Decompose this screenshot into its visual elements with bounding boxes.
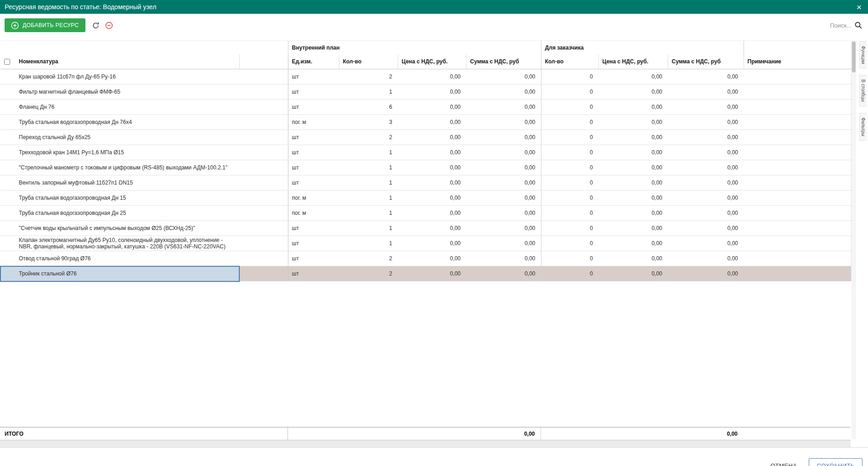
row-check-cell[interactable] (0, 100, 14, 115)
row-price-customer-cell[interactable]: 0,00 (598, 175, 668, 191)
row-price-customer-cell[interactable]: 0,00 (598, 100, 668, 115)
row-qty-customer-cell[interactable]: 0 (541, 115, 598, 130)
close-icon[interactable]: × (855, 3, 863, 11)
row-name-cell[interactable]: "Стрелочный манометр с токовым и цифровы… (14, 160, 239, 175)
row-sum-internal-cell[interactable]: 0,00 (466, 84, 541, 100)
row-price-internal-cell[interactable]: 0,00 (398, 251, 466, 266)
row-unit-cell[interactable]: шт (288, 130, 339, 145)
row-note-cell[interactable] (744, 236, 851, 251)
table-row[interactable]: Клапан электромагнитный Ду65 Ру10, солен… (0, 236, 851, 251)
row-sum-internal-cell[interactable]: 0,00 (466, 251, 541, 266)
row-price-internal-cell[interactable]: 0,00 (398, 84, 466, 100)
row-sum-internal-cell[interactable]: 0,00 (466, 206, 541, 221)
row-qty-internal-cell[interactable]: 1 (339, 145, 398, 160)
row-price-customer-cell[interactable]: 0,00 (598, 206, 668, 221)
row-sum-internal-cell[interactable]: 0,00 (466, 266, 541, 281)
row-qty-customer-cell[interactable]: 0 (541, 160, 598, 175)
row-price-customer-cell[interactable]: 0,00 (598, 84, 668, 100)
table-row[interactable]: Отвод стальной 90град Ø76 шт 2 0,00 0,00… (0, 251, 851, 266)
row-price-internal-cell[interactable]: 0,00 (398, 100, 466, 115)
col-sum-customer[interactable]: Сумма с НДС, руб (668, 55, 744, 69)
row-note-cell[interactable] (744, 115, 851, 130)
col-note[interactable]: Примечание (744, 55, 851, 69)
row-unit-cell[interactable]: пог. м (288, 206, 339, 221)
row-qty-internal-cell[interactable]: 2 (339, 130, 398, 145)
row-qty-customer-cell[interactable]: 0 (541, 145, 598, 160)
row-price-internal-cell[interactable]: 0,00 (398, 266, 466, 281)
row-qty-customer-cell[interactable]: 0 (541, 221, 598, 236)
row-sum-internal-cell[interactable]: 0,00 (466, 175, 541, 191)
row-unit-cell[interactable]: пог. м (288, 191, 339, 206)
select-all-checkbox[interactable] (4, 59, 10, 65)
row-qty-customer-cell[interactable]: 0 (541, 84, 598, 100)
side-tab-functions[interactable]: Функции (859, 41, 867, 68)
row-sum-customer-cell[interactable]: 0,00 (668, 175, 744, 191)
table-row[interactable]: Трехходовой кран 14М1 Ру=1,6 МПа Ø15 шт … (0, 145, 851, 160)
row-price-internal-cell[interactable]: 0,00 (398, 145, 466, 160)
row-check-cell[interactable] (0, 206, 14, 221)
col-sum-internal[interactable]: Сумма с НДС, руб (466, 55, 541, 69)
row-unit-cell[interactable]: шт (288, 84, 339, 100)
row-unit-cell[interactable]: шт (288, 221, 339, 236)
row-sum-customer-cell[interactable]: 0,00 (668, 191, 744, 206)
row-sum-customer-cell[interactable]: 0,00 (668, 115, 744, 130)
row-price-customer-cell[interactable]: 0,00 (598, 160, 668, 175)
row-name-cell[interactable]: Трехходовой кран 14М1 Ру=1,6 МПа Ø15 (14, 145, 239, 160)
row-check-cell[interactable] (0, 221, 14, 236)
row-name-cell[interactable]: "Счетчик воды крыльчатый с импульсным вы… (14, 221, 239, 236)
row-unit-cell[interactable]: шт (288, 145, 339, 160)
row-note-cell[interactable] (744, 221, 851, 236)
row-name-cell[interactable]: Переход стальной Ду 65х25 (14, 130, 239, 145)
row-sum-internal-cell[interactable]: 0,00 (466, 191, 541, 206)
row-price-customer-cell[interactable]: 0,00 (598, 130, 668, 145)
search-icon[interactable] (854, 21, 862, 29)
row-price-internal-cell[interactable]: 0,00 (398, 130, 466, 145)
row-qty-internal-cell[interactable]: 2 (339, 251, 398, 266)
row-price-customer-cell[interactable]: 0,00 (598, 115, 668, 130)
row-name-cell[interactable]: Фланец Дн 76 (14, 100, 239, 115)
row-check-cell[interactable] (0, 69, 14, 84)
row-check-cell[interactable] (0, 115, 14, 130)
row-note-cell[interactable] (744, 206, 851, 221)
row-qty-customer-cell[interactable]: 0 (541, 100, 598, 115)
row-unit-cell[interactable]: шт (288, 100, 339, 115)
row-sum-customer-cell[interactable]: 0,00 (668, 160, 744, 175)
side-tab-columns[interactable]: В столбцы (859, 75, 867, 107)
table-row[interactable]: Вентиль запорный муфтовый 11б27п1 DN15 ш… (0, 175, 851, 191)
row-name-cell[interactable]: Труба стальная водогазопроводная Дн 15 (14, 191, 239, 206)
row-unit-cell[interactable]: шт (288, 251, 339, 266)
table-row[interactable]: Переход стальной Ду 65х25 шт 2 0,00 0,00… (0, 130, 851, 145)
row-sum-customer-cell[interactable]: 0,00 (668, 100, 744, 115)
row-qty-internal-cell[interactable]: 1 (339, 221, 398, 236)
row-qty-internal-cell[interactable]: 2 (339, 69, 398, 84)
refresh-button[interactable] (92, 22, 100, 29)
row-check-cell[interactable] (0, 145, 14, 160)
row-check-cell[interactable] (0, 266, 14, 281)
row-qty-customer-cell[interactable]: 0 (541, 69, 598, 84)
vertical-scrollbar-thumb[interactable] (852, 41, 856, 73)
vertical-scrollbar[interactable] (851, 40, 856, 439)
row-sum-customer-cell[interactable]: 0,00 (668, 84, 744, 100)
row-check-cell[interactable] (0, 84, 14, 100)
row-qty-internal-cell[interactable]: 3 (339, 115, 398, 130)
row-check-cell[interactable] (0, 251, 14, 266)
table-row[interactable]: "Стрелочный манометр с токовым и цифровы… (0, 160, 851, 175)
row-price-customer-cell[interactable]: 0,00 (598, 251, 668, 266)
row-check-cell[interactable] (0, 191, 14, 206)
row-price-customer-cell[interactable]: 0,00 (598, 191, 668, 206)
table-row[interactable]: "Счетчик воды крыльчатый с импульсным вы… (0, 221, 851, 236)
row-price-internal-cell[interactable]: 0,00 (398, 236, 466, 251)
row-name-cell[interactable]: Тройник стальной Ø76 (14, 266, 239, 281)
row-sum-internal-cell[interactable]: 0,00 (466, 130, 541, 145)
row-qty-internal-cell[interactable]: 1 (339, 236, 398, 251)
col-price-internal[interactable]: Цена с НДС, руб. (398, 55, 466, 69)
row-unit-cell[interactable]: пог. м (288, 115, 339, 130)
table-row[interactable]: Кран шаровой 11с67п фл Ду-65 Ру-16 шт 2 … (0, 69, 851, 84)
row-name-cell[interactable]: Вентиль запорный муфтовый 11б27п1 DN15 (14, 175, 239, 191)
row-price-customer-cell[interactable]: 0,00 (598, 221, 668, 236)
row-price-internal-cell[interactable]: 0,00 (398, 191, 466, 206)
col-nomenclature[interactable]: Номенклатура (14, 55, 239, 69)
row-name-cell[interactable]: Кран шаровой 11с67п фл Ду-65 Ру-16 (14, 69, 239, 84)
row-qty-internal-cell[interactable]: 2 (339, 266, 398, 281)
row-note-cell[interactable] (744, 130, 851, 145)
